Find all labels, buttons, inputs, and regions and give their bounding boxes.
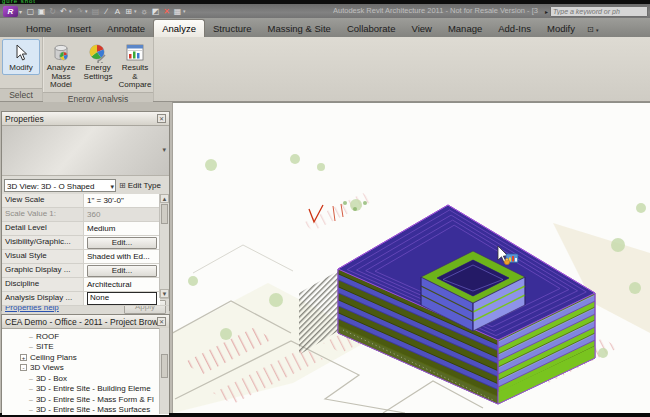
browser-item[interactable]: ‒3D - Entire Site - Mass Surfaces [2, 405, 169, 416]
text-icon[interactable]: A [112, 6, 123, 17]
properties-close-icon[interactable]: ✕ [157, 114, 166, 123]
quick-access-toolbar: ▢▣↻↶▾↷▾▤∕A⊞▾☼◩✕▦▾ [25, 6, 188, 17]
property-row: Analysis Display ...None [2, 292, 169, 306]
default-3d-view-icon[interactable]: ⊞ [123, 6, 134, 17]
schedule-caret-icon[interactable]: ▾ [183, 8, 188, 14]
mass-model-icon [51, 42, 71, 64]
browser-item[interactable]: -3D Views [2, 363, 169, 374]
tab-overflow-caret-icon[interactable]: ▾ [596, 27, 599, 33]
results-compare-button[interactable]: Results &Compare [117, 39, 153, 92]
energy-settings-label-2: Settings [84, 72, 113, 81]
browser-item[interactable]: ‒ROOF [2, 331, 169, 342]
scroll-thumb[interactable] [161, 204, 168, 224]
select-panel-label[interactable]: Select [0, 88, 42, 101]
tab-analyze[interactable]: Analyze [153, 19, 205, 37]
tab-home[interactable]: Home [18, 20, 59, 37]
collapse-icon[interactable]: - [20, 364, 27, 371]
property-value: None [84, 292, 160, 305]
browser-item[interactable]: ‒3D - Entire Site - Mass Form & Fl [2, 394, 169, 405]
property-value[interactable]: Shaded with Ed... [84, 250, 160, 263]
type-selector-caret-icon[interactable]: ▾ [110, 180, 114, 192]
browser-item[interactable]: +Ceiling Plans [2, 352, 169, 363]
property-value[interactable]: Architectural [84, 278, 160, 291]
sun-path-icon[interactable]: ☼ [139, 6, 150, 17]
properties-palette: Properties ✕ ▾ 3D View: 3D - O Shaped ▾ … [1, 111, 170, 311]
tree-tick-icon: ‒ [29, 385, 33, 392]
tab-manage[interactable]: Manage [440, 20, 490, 37]
redo-icon[interactable]: ↷ [74, 6, 85, 17]
browser-item-label: 3D - Entire Site - Mass Form & Fl [36, 395, 154, 404]
ribbon-tab-bar: HomeInsertAnnotateAnalyzeStructureMassin… [0, 18, 650, 37]
results-chart-icon [125, 42, 145, 64]
property-label: Visual Style [2, 250, 84, 263]
tab-add-ins[interactable]: Add-Ins [490, 20, 539, 37]
property-row: View Scale1" = 30'-0" [2, 194, 169, 208]
modify-button[interactable]: Modify [2, 39, 40, 75]
tab-overflow-button[interactable]: ⊡ ▾ [587, 25, 598, 37]
properties-scrollbar[interactable]: ▲ ▼ [159, 194, 169, 298]
property-row: Graphic Display ...Edit... [2, 264, 169, 278]
browser-item-label: 3D - Entire Site - Building Eleme [36, 384, 151, 393]
sync-icon[interactable]: ↻ [47, 6, 58, 17]
tree-tick-icon: ‒ [29, 343, 33, 350]
browser-item-label: ROOF [36, 332, 59, 341]
print-icon[interactable]: ▤ [90, 6, 101, 17]
property-label: Analysis Display ... [2, 292, 84, 305]
pie-wrench-icon [88, 42, 108, 64]
app-menu-button[interactable]: R [3, 6, 18, 17]
property-value: Edit... [84, 236, 160, 249]
cursor-arrow-icon [13, 42, 29, 64]
edit-button[interactable]: Edit... [87, 237, 157, 249]
expand-icon[interactable]: + [20, 354, 27, 361]
save-icon[interactable]: ▣ [36, 6, 47, 17]
property-label: View Scale [2, 194, 84, 207]
browser-item[interactable]: ‒SITE [2, 342, 169, 353]
tab-structure[interactable]: Structure [205, 20, 260, 37]
results-compare-label-1: Results & [122, 63, 149, 81]
preview-caret-icon[interactable]: ▾ [162, 146, 166, 154]
tab-modify[interactable]: Modify [539, 20, 583, 37]
browser-item[interactable]: ‒3D - Entire Site - Building Eleme [2, 384, 169, 395]
schedule-icon[interactable]: ▦ [172, 6, 183, 17]
measure-icon[interactable]: ∕ [101, 6, 112, 17]
project-browser-palette: CEA Demo - Office - 2011 - Project Brows… [1, 314, 170, 413]
undo-icon[interactable]: ↶ [58, 6, 69, 17]
title-bar: R ▾ ▢▣↻↶▾↷▾▤∕A⊞▾☼◩✕▦▾ Autodesk Revit Arc… [0, 4, 650, 18]
properties-header[interactable]: Properties ✕ [2, 112, 169, 126]
tab-massing-site[interactable]: Massing & Site [260, 20, 339, 37]
tab-view[interactable]: View [403, 20, 439, 37]
property-row: Visibility/Graphic...Edit... [2, 236, 169, 250]
section-icon[interactable]: ◩ [150, 6, 161, 17]
edit-button[interactable]: Edit... [87, 265, 157, 277]
app-menu-caret-icon[interactable]: ▾ [19, 8, 22, 15]
search-input[interactable] [550, 6, 648, 17]
drawing-area-3d-view[interactable] [172, 102, 650, 413]
close-hidden-windows-icon[interactable]: ✕ [161, 6, 172, 17]
browser-scroll-thumb[interactable] [161, 354, 168, 378]
edit-type-button[interactable]: ⊞ Edit Type [119, 181, 161, 190]
type-selector-dropdown[interactable]: 3D View: 3D - O Shaped ▾ [4, 179, 116, 192]
value-dropdown[interactable]: None [87, 292, 157, 305]
property-value[interactable]: 1" = 30'-0" [84, 194, 160, 207]
analyze-mass-model-button[interactable]: AnalyzeMass Model [43, 39, 79, 92]
property-value[interactable]: Medium [84, 222, 160, 235]
browser-item-label: Ceiling Plans [30, 353, 77, 362]
help-search: ▸ [545, 6, 648, 17]
property-label: Scale Value 1: [2, 208, 84, 221]
browser-item-label: 3D - Entire Site - Mass Surfaces [36, 405, 150, 414]
tab-annotate[interactable]: Annotate [99, 20, 153, 37]
project-browser-header[interactable]: CEA Demo - Office - 2011 - Project Brows… [2, 315, 169, 329]
tree-tick-icon: ‒ [29, 406, 33, 413]
tab-insert[interactable]: Insert [59, 20, 99, 37]
tab-collaborate[interactable]: Collaborate [339, 20, 404, 37]
scroll-up-icon[interactable]: ▲ [160, 194, 169, 203]
energy-settings-button[interactable]: EnergySettings [80, 39, 116, 83]
scroll-down-icon[interactable]: ▼ [160, 289, 169, 298]
open-icon[interactable]: ▢ [25, 6, 36, 17]
project-browser-close-icon[interactable]: ✕ [157, 317, 166, 326]
browser-item[interactable]: ‒3D - Box [2, 373, 169, 384]
ribbon-empty-area [154, 37, 650, 101]
search-arrow-icon[interactable]: ▸ [545, 8, 548, 15]
building-mass-o-shaped[interactable] [338, 205, 595, 404]
browser-scrollbar[interactable] [159, 328, 169, 414]
